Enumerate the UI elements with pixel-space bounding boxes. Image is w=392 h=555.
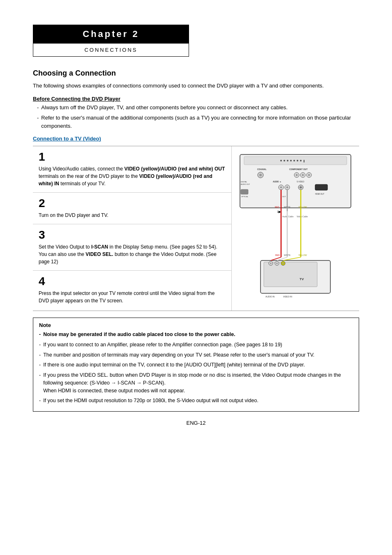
svg-text:OPTICAL: OPTICAL [241, 196, 249, 198]
note-item-5: - If you set the HDMI output resolution … [39, 397, 353, 405]
svg-rect-22 [241, 189, 248, 194]
svg-rect-1 [244, 157, 347, 165]
dash-icon: - [39, 331, 41, 339]
svg-point-4 [287, 160, 288, 161]
content-area: 1 Using Video/Audio cables, connect the … [33, 146, 359, 311]
dash-icon-2: - [37, 114, 39, 130]
note-section: Note - Noise may be generated if the aud… [33, 318, 359, 412]
bullet-item-2: - Refer to the user's manual of the addi… [37, 114, 359, 130]
svg-point-61 [282, 263, 284, 264]
step-number-4: 4 [39, 276, 226, 287]
step-text-1: Using Video/Audio cables, connect the VI… [39, 165, 226, 187]
svg-text:COAXIAL: COAXIAL [257, 168, 267, 170]
svg-point-2 [280, 160, 282, 161]
step-number-2: 2 [39, 198, 226, 209]
dash-icon: - [39, 351, 41, 359]
svg-text:S-VIDEO: S-VIDEO [297, 181, 304, 183]
chapter-subtitle: CONNECTIONS [33, 44, 189, 57]
svg-text:Video Cable: Video Cable [297, 215, 308, 218]
svg-point-59 [276, 263, 278, 264]
note-item-bold: - Noise may be generated if the audio ca… [39, 331, 353, 339]
step-3: 3 Set the Video Output to I-SCAN in the … [33, 224, 231, 271]
section-heading: Choosing a Connection [33, 69, 359, 78]
note-text-3: If there is one audio input terminal on … [43, 361, 305, 369]
svg-rect-54 [264, 262, 317, 287]
svg-point-15 [296, 174, 298, 176]
note-item-3: - If there is one audio input terminal o… [39, 361, 353, 369]
step-text-2: Turn on the DVD player and TV. [39, 212, 226, 219]
note-text-bold: Noise may be generated if the audio cabl… [43, 331, 235, 339]
note-text-4: If you press the VIDEO SEL. button when … [43, 371, 353, 394]
svg-text:YELLOW: YELLOW [298, 206, 307, 208]
svg-point-26 [280, 187, 282, 189]
bullet-item-1: - Always turn off the DVD player, TV, an… [37, 104, 359, 112]
step-number-3: 3 [39, 229, 226, 241]
step-2: 2 Turn on the DVD player and TV. [33, 193, 231, 224]
svg-rect-34 [315, 184, 327, 190]
diagram-column: ▌ COAXIAL COMPONENT OUT DIGITAL AUDIO OU… [232, 146, 359, 311]
dash-icon: - [39, 341, 41, 349]
note-item-2: - The number and position of terminals m… [39, 351, 353, 359]
svg-point-7 [297, 160, 298, 161]
svg-text:DIGITAL: DIGITAL [241, 181, 247, 183]
before-heading: Before Connecting the DVD Player [33, 96, 359, 102]
intro-text: The following shows examples of connecti… [33, 82, 359, 90]
svg-point-6 [293, 160, 295, 161]
svg-text:AUDIO ◄: AUDIO ◄ [273, 181, 281, 183]
note-text-5: If you set the HDMI output resolution to… [43, 397, 258, 405]
svg-text:OUT: OUT [282, 196, 286, 198]
svg-point-8 [300, 160, 302, 161]
chapter-header: Chapter 2 CONNECTIONS [33, 25, 189, 57]
note-text-1: If you want to connect to an Amplifier, … [43, 341, 282, 349]
dash-icon: - [39, 397, 41, 405]
svg-point-19 [308, 174, 310, 176]
svg-point-17 [302, 174, 304, 176]
chapter-title: Chapter 2 [33, 25, 189, 44]
svg-point-13 [259, 174, 262, 176]
svg-point-28 [286, 187, 288, 189]
svg-line-64 [271, 257, 281, 260]
note-title: Note [39, 322, 353, 328]
bullet-text-1: Always turn off the DVD player, TV, and … [41, 104, 288, 112]
note-item-1: - If you want to connect to an Amplifier… [39, 341, 353, 349]
page-number: ENG-12 [33, 420, 359, 426]
svg-text:TV: TV [300, 277, 304, 281]
step-text-4: Press the input selector on your TV remo… [39, 290, 226, 304]
steps-column: 1 Using Video/Audio cables, connect the … [33, 146, 232, 311]
svg-point-5 [290, 160, 292, 161]
svg-text:AUDIO OUT: AUDIO OUT [241, 183, 250, 185]
svg-text:HDMI OUT: HDMI OUT [315, 193, 324, 195]
svg-text:▌: ▌ [304, 160, 305, 163]
svg-point-57 [270, 263, 272, 264]
connection-diagram: ▌ COAXIAL COMPONENT OUT DIGITAL AUDIO OU… [236, 150, 355, 306]
dash-icon: - [39, 361, 41, 369]
svg-text:VIDEO IN: VIDEO IN [283, 295, 292, 298]
svg-text:RED: RED [275, 254, 280, 256]
svg-text:WHITE: WHITE [284, 254, 291, 256]
step-text-3: Set the Video Output to I-SCAN in the Di… [39, 243, 226, 265]
svg-text:RED: RED [275, 206, 279, 208]
svg-text:Audio Cable: Audio Cable [282, 215, 293, 218]
bullet-text-2: Refer to the user's manual of the additi… [41, 114, 359, 130]
step-number-1: 1 [39, 151, 226, 163]
step-4: 4 Press the input selector on your TV re… [33, 271, 231, 309]
note-item-4: - If you press the VIDEO SEL. button whe… [39, 371, 353, 394]
svg-text:COMPONENT OUT: COMPONENT OUT [289, 168, 307, 170]
svg-text:YELLOW: YELLOW [298, 254, 307, 256]
dash-icon: - [37, 104, 39, 112]
dash-icon: - [39, 371, 41, 394]
step-1: 1 Using Video/Audio cables, connect the … [33, 146, 231, 193]
svg-text:WHITE: WHITE [284, 206, 291, 208]
svg-point-3 [284, 160, 285, 161]
svg-text:AUDIO IN: AUDIO IN [265, 295, 275, 298]
note-text-2: The number and position of terminals may… [43, 351, 314, 359]
connection-tv-heading: Connection to a TV (Video) [33, 136, 359, 142]
